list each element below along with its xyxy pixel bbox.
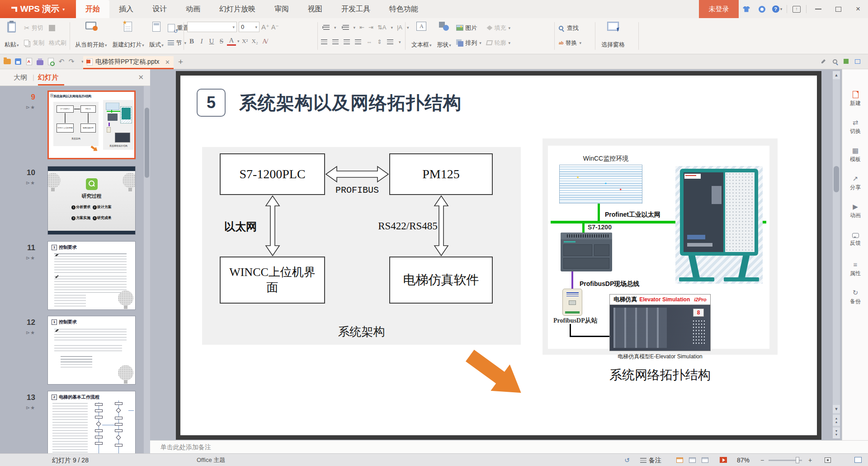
slideshow-button[interactable] bbox=[720, 457, 727, 463]
zoom-out-button[interactable]: − bbox=[760, 454, 764, 466]
numbered-list-icon[interactable] bbox=[343, 25, 349, 30]
slide-thumbnail-12[interactable]: 1控制要求 bbox=[47, 316, 136, 385]
topology-caption[interactable]: 系统网络拓扑结构 bbox=[542, 366, 778, 384]
slide-number-badge[interactable]: 5 bbox=[197, 89, 226, 117]
slide[interactable]: 5 系统架构以及网络拓扑结构 S7-1200PLC PM125 WINCC上位机… bbox=[180, 76, 817, 435]
replace-button[interactable]: ab替换▾ bbox=[559, 38, 581, 48]
document-tab[interactable]: 电梯答辩PPT定稿.pptx ✕ bbox=[83, 56, 174, 69]
superscript-button[interactable]: X² bbox=[241, 38, 250, 45]
align-left-icon[interactable] bbox=[321, 39, 327, 44]
picture-button[interactable]: 图片 bbox=[456, 23, 481, 33]
play-from-current-button[interactable]: 从当前开始▾ bbox=[73, 20, 109, 50]
slide-title[interactable]: 系统架构以及网络拓扑结构 bbox=[239, 89, 462, 117]
print-button[interactable] bbox=[34, 54, 45, 69]
close-button[interactable]: × bbox=[848, 0, 868, 18]
clear-format-button[interactable]: A̸ bbox=[260, 38, 269, 45]
panel-scrollbar[interactable] bbox=[144, 86, 150, 453]
italic-button[interactable]: I bbox=[197, 38, 206, 45]
tab-slides[interactable]: 幻灯片 bbox=[38, 69, 58, 86]
align-center-icon[interactable] bbox=[332, 39, 339, 44]
slide-thumbnail-10[interactable]: 研究过程 1分析要求 2设计方案 3方案实施 4研究成果 bbox=[47, 166, 136, 235]
sidebar-item-share[interactable]: ↗分享 bbox=[842, 175, 868, 191]
notes-toggle[interactable]: 备注 bbox=[640, 454, 661, 466]
arrange-button[interactable]: 排列▾ bbox=[456, 38, 481, 48]
tab-slideshow[interactable]: 幻灯片放映 bbox=[210, 0, 265, 18]
bold-button[interactable]: B bbox=[187, 38, 196, 45]
align-right-icon[interactable] bbox=[344, 39, 350, 44]
slide-thumbnail-9[interactable]: 5 系统架构以及网络拓扑结构 S7-1200PLC PM125 WINCC上位机… bbox=[47, 90, 136, 159]
hide-ribbon-button[interactable]: ↑ bbox=[789, 0, 804, 18]
tab-outline[interactable]: 大纲 bbox=[14, 69, 27, 86]
cut-button[interactable]: ✂剪切 bbox=[24, 23, 44, 33]
scroll-up-icon[interactable]: ▲ bbox=[833, 71, 840, 79]
slide-sorter-view-button[interactable] bbox=[689, 457, 696, 463]
diagram-box-sim[interactable]: 电梯仿真软件 bbox=[389, 257, 493, 304]
tab-devtools[interactable]: 开发工具 bbox=[332, 0, 380, 18]
canvas-scrollbar[interactable]: ▲ ▼ ▲▲ ▼▼ bbox=[833, 71, 840, 438]
tab-features[interactable]: 特色功能 bbox=[380, 0, 428, 18]
animation-star-icon[interactable]: ⊳★ bbox=[20, 255, 35, 261]
sidebar-item-template[interactable]: ▦模板 bbox=[842, 147, 868, 163]
open-button[interactable] bbox=[2, 54, 13, 69]
tab-insert[interactable]: 插入 bbox=[109, 0, 143, 18]
export-pdf-button[interactable] bbox=[24, 54, 34, 69]
increase-indent-icon[interactable]: ⇥ bbox=[368, 24, 373, 31]
tab-animation[interactable]: 动画 bbox=[176, 0, 210, 18]
sidebar-item-feedback[interactable]: 反馈 bbox=[842, 233, 868, 247]
shapes-button[interactable]: 形状▾ bbox=[435, 20, 453, 50]
fullscreen-view-button[interactable] bbox=[854, 457, 862, 463]
previous-slide-button[interactable]: ▲▲ bbox=[833, 415, 840, 426]
zoom-in-button[interactable]: + bbox=[808, 454, 812, 466]
panel-scrollbar-thumb[interactable] bbox=[145, 108, 149, 178]
theme-name[interactable]: Office 主题 bbox=[197, 454, 225, 466]
slide-thumbnail-13[interactable]: 2电梯的基本工作流程 bbox=[47, 391, 136, 453]
font-name-select[interactable]: ▾ bbox=[187, 22, 237, 32]
apps-button[interactable] bbox=[842, 57, 850, 65]
tab-design[interactable]: 设计 bbox=[143, 0, 176, 18]
save-button[interactable] bbox=[13, 54, 24, 69]
align-text-icon[interactable]: |A bbox=[397, 24, 402, 31]
strikethrough-button[interactable]: S bbox=[217, 38, 226, 45]
architecture-diagram[interactable]: S7-1200PLC PM125 WINCC上位机界面 电梯仿真软件 PROFI… bbox=[202, 147, 521, 345]
app-logo[interactable]: WPS 演示 ▾ bbox=[0, 0, 76, 18]
fill-button[interactable]: 填充▾ bbox=[486, 23, 510, 33]
sidebar-item-properties[interactable]: ≡属性 bbox=[842, 261, 868, 277]
reading-view-button[interactable] bbox=[702, 457, 708, 463]
font-size-select[interactable]: 0▾ bbox=[239, 22, 259, 32]
underline-button[interactable]: U bbox=[207, 38, 216, 45]
notes-bar[interactable]: 单击此处添加备注 bbox=[150, 440, 868, 453]
diagram-box-wincc[interactable]: WINCC上位机界面 bbox=[220, 257, 325, 304]
zoom-slider-thumb[interactable] bbox=[796, 457, 799, 463]
canvas-scrollbar-thumb[interactable] bbox=[834, 166, 839, 192]
skin-button[interactable] bbox=[739, 0, 754, 18]
line-spacing-icon[interactable]: ⇕ bbox=[377, 38, 382, 45]
selection-pane-button[interactable]: 选择窗格 bbox=[599, 20, 627, 50]
zoom-level[interactable]: 87% bbox=[737, 454, 750, 466]
print-preview-button[interactable] bbox=[45, 54, 56, 69]
close-panel-icon[interactable]: ✕ bbox=[138, 73, 144, 81]
bullet-list-icon[interactable] bbox=[323, 25, 330, 30]
architecture-caption[interactable]: 系统架构 bbox=[202, 324, 521, 340]
slide-thumbnail-11[interactable]: 1控制要求 bbox=[47, 241, 136, 310]
fit-slide-button[interactable] bbox=[825, 457, 831, 463]
undo-button[interactable]: ↶ bbox=[56, 54, 67, 69]
section-button[interactable]: 节▾ bbox=[168, 38, 189, 48]
text-direction-icon[interactable]: ⇅A bbox=[377, 24, 387, 31]
chevron-down-icon[interactable]: ▾ bbox=[237, 39, 240, 43]
sidebar-item-animation[interactable]: ▶动画 bbox=[842, 203, 868, 219]
sidebar-item-new[interactable]: 新建 bbox=[842, 91, 868, 107]
new-slide-button[interactable]: 新建幻灯片▾ bbox=[110, 20, 146, 50]
scroll-down-icon[interactable]: ▼ bbox=[833, 405, 840, 413]
pen-tool-button[interactable] bbox=[820, 57, 827, 65]
login-button[interactable]: 未登录 bbox=[699, 0, 739, 18]
columns-icon[interactable] bbox=[387, 39, 393, 44]
topology-figure[interactable]: WinCC监控环境 Profinet工业以太网 S7-1200 bbox=[542, 138, 778, 355]
sidebar-item-transition[interactable]: ⇄切换 bbox=[842, 119, 868, 135]
distribute-icon[interactable]: ⇔ bbox=[366, 38, 372, 45]
minimize-button[interactable] bbox=[808, 0, 828, 18]
tab-review[interactable]: 审阅 bbox=[265, 0, 298, 18]
subscript-button[interactable]: X₂ bbox=[250, 38, 259, 45]
weibo-button[interactable] bbox=[754, 0, 769, 18]
increase-font-icon[interactable]: A⁺ bbox=[261, 23, 269, 31]
animation-star-icon[interactable]: ⊳★ bbox=[20, 105, 35, 110]
